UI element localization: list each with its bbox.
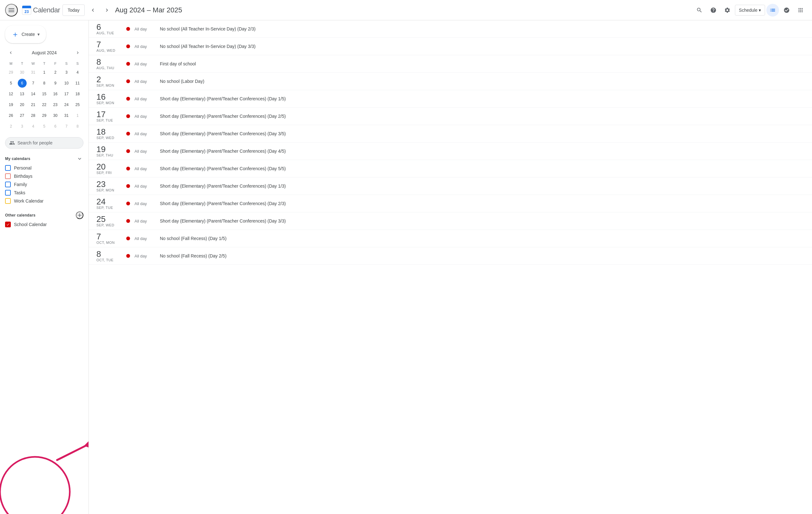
cal-day[interactable]: 17 (62, 89, 71, 99)
settings-button[interactable] (721, 4, 734, 17)
schedule-allday: All day (135, 236, 160, 241)
calendar-checkbox[interactable] (5, 165, 11, 171)
schedule-date-info: SEP, TUE (96, 118, 113, 122)
schedule-row[interactable]: 17SEP, TUEAll dayShort day (Elementary) … (89, 108, 812, 125)
cal-day[interactable]: 5 (40, 122, 49, 131)
schedule-date-number: 8 (96, 250, 101, 258)
cal-day[interactable]: 1 (73, 111, 82, 120)
add-other-calendar-button[interactable] (76, 212, 83, 219)
my-calendars-header[interactable]: My calendars (5, 154, 83, 164)
prev-button[interactable] (87, 4, 99, 16)
calendar-checkbox[interactable] (5, 173, 11, 179)
calendar-checkbox[interactable] (5, 182, 11, 187)
cal-day[interactable]: 27 (18, 111, 27, 120)
schedule-row[interactable]: 2SEP, MONAll dayNo school (Labor Day) (89, 73, 812, 90)
people-search[interactable]: Search for people (5, 137, 83, 148)
other-calendars-title: Other calendars (5, 213, 35, 217)
cal-day[interactable]: 22 (40, 100, 49, 109)
cal-day[interactable]: 7 (62, 122, 71, 131)
cal-day[interactable]: 20 (18, 100, 27, 109)
calendar-label: Tasks (14, 190, 25, 195)
cal-day[interactable]: 3 (62, 68, 71, 77)
cal-day[interactable]: 2 (51, 68, 60, 77)
cal-day[interactable]: 25 (73, 100, 82, 109)
schedule-view-button[interactable] (766, 4, 779, 17)
cal-day[interactable]: 29 (40, 111, 49, 120)
cal-day[interactable]: 26 (7, 111, 16, 120)
cal-day[interactable]: 21 (29, 100, 38, 109)
cal-day[interactable]: 8 (73, 122, 82, 131)
calendar-checkbox[interactable] (5, 198, 11, 204)
tasks-view-button[interactable] (780, 4, 793, 17)
cal-day[interactable]: 31 (62, 111, 71, 120)
schedule-row[interactable]: 18SEP, WEDAll dayShort day (Elementary) … (89, 125, 812, 142)
cal-day[interactable]: 1 (40, 68, 49, 77)
schedule-row[interactable]: 25SEP, WEDAll dayShort day (Elementary) … (89, 212, 812, 230)
event-dot (126, 254, 130, 258)
cal-day[interactable]: 10 (62, 79, 71, 88)
schedule-row[interactable]: 19SEP, THUAll dayShort day (Elementary) … (89, 142, 812, 160)
schedule-row[interactable]: 23SEP, MONAll dayShort day (Elementary) … (89, 178, 812, 195)
cal-day[interactable]: 12 (7, 89, 16, 99)
search-button[interactable] (693, 4, 706, 17)
cal-day[interactable]: 6 (18, 79, 27, 88)
schedule-event-title: Short day (Elementary) (Parent/Teacher C… (160, 131, 804, 136)
create-button[interactable]: ＋ Create ▾ (5, 25, 46, 43)
cal-day[interactable]: 30 (18, 68, 27, 77)
calendar-checkbox[interactable] (5, 190, 11, 195)
apps-button[interactable] (794, 4, 807, 17)
cal-day[interactable]: 16 (51, 89, 60, 99)
event-dot (126, 62, 130, 66)
my-calendar-item[interactable]: Birthdays (5, 172, 83, 180)
schedule-row[interactable]: 7OCT, MONAll dayNo school (Fall Recess) … (89, 230, 812, 247)
schedule-event-title: No school (All Teacher In-Service Day) (… (160, 44, 804, 49)
cal-day[interactable]: 6 (51, 122, 60, 131)
cal-day[interactable]: 15 (40, 89, 49, 99)
help-button[interactable] (707, 4, 720, 17)
cal-day[interactable]: 18 (73, 89, 82, 99)
schedule-date-info: SEP, TUE (96, 206, 113, 210)
cal-day[interactable]: 30 (51, 111, 60, 120)
schedule-row[interactable]: 20SEP, FRIAll dayShort day (Elementary) … (89, 160, 812, 178)
cal-day[interactable]: 3 (18, 122, 27, 131)
menu-button[interactable] (5, 4, 18, 17)
my-calendar-item[interactable]: Tasks (5, 189, 83, 197)
next-button[interactable] (101, 4, 113, 16)
schedule-row[interactable]: 16SEP, MONAll dayShort day (Elementary) … (89, 90, 812, 108)
people-search-text: Search for people (18, 140, 53, 145)
app-title: Calendar (33, 6, 60, 14)
mini-cal-prev[interactable] (6, 48, 15, 57)
cal-day[interactable]: 2 (7, 122, 16, 131)
schedule-row[interactable]: 8OCT, TUEAll dayNo school (Fall Recess) … (89, 247, 812, 265)
cal-day[interactable]: 8 (40, 79, 49, 88)
cal-day[interactable]: 11 (73, 79, 82, 88)
my-calendar-item[interactable]: Family (5, 180, 83, 189)
cal-day[interactable]: 28 (29, 111, 38, 120)
schedule-row[interactable]: 6AUG, TUEAll dayNo school (All Teacher I… (89, 20, 812, 38)
mini-cal-next[interactable] (73, 48, 82, 57)
cal-day[interactable]: 9 (51, 79, 60, 88)
my-calendar-item[interactable]: Personal (5, 164, 83, 172)
schedule-row[interactable]: 7AUG, WEDAll dayNo school (All Teacher I… (89, 38, 812, 55)
cal-day[interactable]: 24 (62, 100, 71, 109)
view-selector[interactable]: Schedule ▾ (735, 5, 765, 16)
other-calendar-item[interactable]: School Calendar (5, 220, 83, 228)
cal-day[interactable]: 19 (7, 100, 16, 109)
schedule-row[interactable]: 24SEP, TUEAll dayShort day (Elementary) … (89, 195, 812, 212)
cal-day[interactable]: 4 (29, 122, 38, 131)
cal-day[interactable]: 5 (7, 79, 16, 88)
calendar-checkbox[interactable] (5, 222, 11, 227)
cal-day[interactable]: 7 (29, 79, 38, 88)
my-calendar-item[interactable]: Work Calendar (5, 197, 83, 205)
cal-day[interactable]: 14 (29, 89, 38, 99)
cal-day[interactable]: 29 (7, 68, 16, 77)
cal-day[interactable]: 23 (51, 100, 60, 109)
cal-day[interactable]: 13 (18, 89, 27, 99)
schedule-date-info: SEP, WED (96, 223, 114, 227)
cal-day[interactable]: 4 (73, 68, 82, 77)
cal-day[interactable]: 31 (29, 68, 38, 77)
schedule-row[interactable]: 8AUG, THUAll dayFirst day of school (89, 55, 812, 73)
today-button[interactable]: Today (62, 4, 84, 16)
event-dot (126, 79, 130, 83)
schedule-date-number: 25 (96, 215, 106, 223)
